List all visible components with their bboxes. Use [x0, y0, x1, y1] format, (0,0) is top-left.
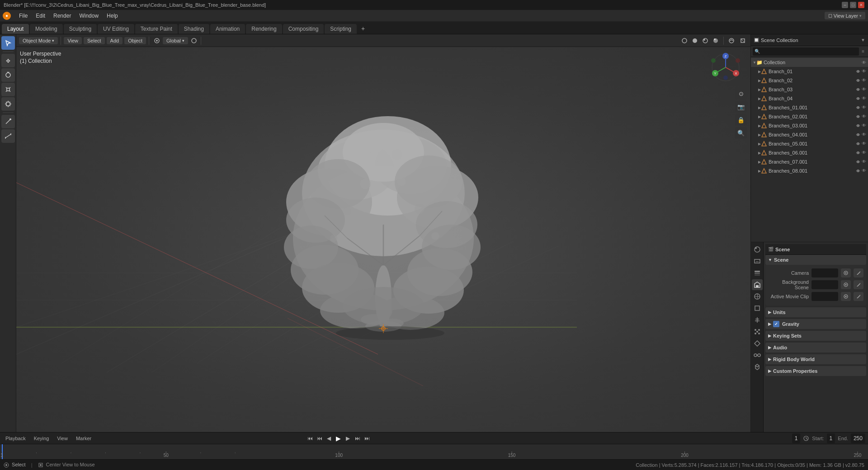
outliner-branches-01-001[interactable]: ▶ Branches_01.001 👁 [751, 103, 868, 112]
proportional-edit[interactable] [189, 36, 199, 46]
props-tab-modifiers[interactable] [752, 315, 763, 325]
view-menu-tl[interactable]: View [54, 435, 71, 442]
outliner-branches-04-001[interactable]: ▶ Branches_04.001 👁 [751, 130, 868, 139]
b03001-viewport-icon[interactable] [855, 123, 861, 128]
bg-scene-eyedropper[interactable] [841, 280, 851, 289]
tab-compositing[interactable]: Compositing [283, 24, 324, 34]
add-menu[interactable]: Add [107, 37, 123, 44]
outliner-branches-03-001[interactable]: ▶ Branches_03.001 👁 [751, 121, 868, 130]
scene-section-header[interactable]: ▼ Scene [765, 255, 866, 265]
tab-shading[interactable]: Shading [179, 24, 209, 34]
branches03001-visibility[interactable]: 👁 [862, 123, 866, 128]
next-frame-button[interactable]: ▶ [344, 434, 352, 442]
outliner-filter[interactable]: ≡ [860, 49, 866, 54]
outliner-collection[interactable]: ▼ 📁 Collection 👁 [751, 58, 868, 67]
jump-start-button[interactable]: ⏮ [306, 434, 314, 442]
end-frame-field[interactable]: 250 [851, 433, 865, 443]
rendered-mode[interactable] [711, 36, 721, 46]
b03-viewport-icon[interactable] [855, 87, 861, 92]
movie-clip-edit[interactable] [854, 292, 863, 301]
props-tab-data[interactable] [752, 362, 763, 372]
search-view[interactable]: 🔍 [735, 127, 747, 139]
branch03-visibility[interactable]: 👁 [862, 87, 866, 92]
outliner-branches-05-001[interactable]: ▶ Branches_05.001 👁 [751, 139, 868, 148]
units-section-header[interactable]: ▶ Units [765, 307, 866, 317]
lock-view[interactable]: 🔒 [735, 114, 747, 126]
menu-file[interactable]: File [15, 12, 31, 20]
jump-next-key-button[interactable]: ⏭ [354, 434, 362, 442]
camera-eyedropper[interactable] [841, 268, 851, 277]
menu-render[interactable]: Render [50, 12, 75, 20]
branches07001-visibility[interactable]: 👁 [862, 159, 866, 164]
tool-transform[interactable] [1, 97, 15, 111]
solid-mode[interactable] [690, 36, 700, 46]
zoom-to-selection[interactable]: ⊙ [735, 88, 747, 99]
keying-sets-section-header[interactable]: ▶ Keying Sets [765, 331, 866, 341]
props-tab-scene[interactable] [752, 279, 763, 290]
menu-window[interactable]: Window [75, 12, 102, 20]
props-tab-object[interactable] [752, 303, 763, 314]
b02-viewport-icon[interactable] [855, 78, 861, 83]
camera-edit[interactable] [854, 268, 863, 277]
outliner-branches-07-001[interactable]: ▶ Branches_07.001 👁 [751, 157, 868, 166]
branch01-visibility[interactable]: 👁 [862, 69, 866, 74]
viewport-canvas[interactable]: User Perspective (1) Collection Z X [16, 47, 750, 432]
branches06001-visibility[interactable]: 👁 [862, 150, 866, 155]
tab-sculpting[interactable]: Sculpting [64, 24, 97, 34]
outliner-branch-01[interactable]: ▶ Branch_01 👁 [751, 67, 868, 76]
jump-prev-key-button[interactable]: ⏮ [316, 434, 324, 442]
branches04001-visibility[interactable]: 👁 [862, 132, 866, 137]
branches08001-visibility[interactable]: 👁 [862, 168, 866, 174]
b04001-viewport-icon[interactable] [855, 132, 861, 137]
tool-select[interactable] [1, 36, 15, 50]
outliner-search[interactable]: 🔍 [753, 47, 859, 56]
active-workspace[interactable]: ◻ View Layer ▾ [825, 12, 865, 19]
keying-menu[interactable]: Keying [31, 435, 52, 442]
view-menu[interactable]: View [64, 37, 82, 44]
outliner-branch-02[interactable]: ▶ Branch_02 👁 [751, 76, 868, 85]
tab-uv-editing[interactable]: UV Editing [98, 24, 134, 34]
bg-scene-edit[interactable] [854, 280, 863, 289]
object-menu[interactable]: Object [124, 37, 146, 44]
restrict-viewport-icon[interactable] [855, 69, 861, 74]
tool-annotate[interactable] [1, 115, 15, 128]
viewport[interactable]: Object Mode ▾ View Select Add Object Glo… [16, 34, 750, 432]
outliner-branches-08-001[interactable]: ▶ Branches_08.001 👁 [751, 166, 868, 175]
b06001-viewport-icon[interactable] [855, 150, 861, 155]
current-frame-field[interactable]: 1 [792, 433, 801, 443]
close-button[interactable]: ✕ [858, 2, 864, 8]
playback-menu[interactable]: Playback [3, 435, 28, 442]
visibility-icon[interactable]: 👁 [862, 60, 866, 65]
minimize-button[interactable]: – [842, 2, 848, 8]
jump-end-button[interactable]: ⏭ [363, 434, 371, 442]
tab-animation[interactable]: Animation [210, 24, 245, 34]
menu-edit[interactable]: Edit [32, 12, 49, 20]
timeline-scrubber[interactable]: 1 50 100 150 200 250 [0, 444, 868, 459]
play-button[interactable]: ▶ [335, 434, 343, 442]
audio-section-header[interactable]: ▶ Audio [765, 343, 866, 352]
camera-field[interactable] [811, 268, 838, 277]
marker-menu[interactable]: Marker [73, 435, 94, 442]
b08001-viewport-icon[interactable] [855, 168, 861, 174]
tab-texture-paint[interactable]: Texture Paint [135, 24, 178, 34]
outliner-branch-04[interactable]: ▶ Branch_04 👁 [751, 94, 868, 103]
wireframe-mode[interactable] [679, 36, 689, 46]
tab-rendering[interactable]: Rendering [246, 24, 282, 34]
b01001-viewport-icon[interactable] [855, 105, 861, 110]
object-mode-selector[interactable]: Object Mode ▾ [19, 37, 58, 44]
props-tab-render[interactable] [752, 244, 763, 255]
branches02001-visibility[interactable]: 👁 [862, 114, 866, 119]
b02001-viewport-icon[interactable] [855, 114, 861, 119]
outliner-branch-03[interactable]: ▶ Branch_03 👁 [751, 85, 868, 94]
menu-help[interactable]: Help [103, 12, 122, 20]
bg-scene-field[interactable] [811, 280, 838, 289]
gravity-checkbox[interactable]: ✓ [773, 321, 779, 327]
tool-scale[interactable] [1, 83, 15, 96]
props-tab-world[interactable] [752, 291, 763, 302]
props-tab-constraints[interactable] [752, 350, 763, 361]
filter-icon[interactable]: ▼ [861, 38, 865, 42]
outliner-branches-02-001[interactable]: ▶ Branches_02.001 👁 [751, 112, 868, 121]
gravity-section-header[interactable]: ▶ ✓ Gravity [765, 319, 866, 329]
start-frame-field[interactable]: 1 [827, 433, 835, 443]
b07001-viewport-icon[interactable] [855, 159, 861, 164]
